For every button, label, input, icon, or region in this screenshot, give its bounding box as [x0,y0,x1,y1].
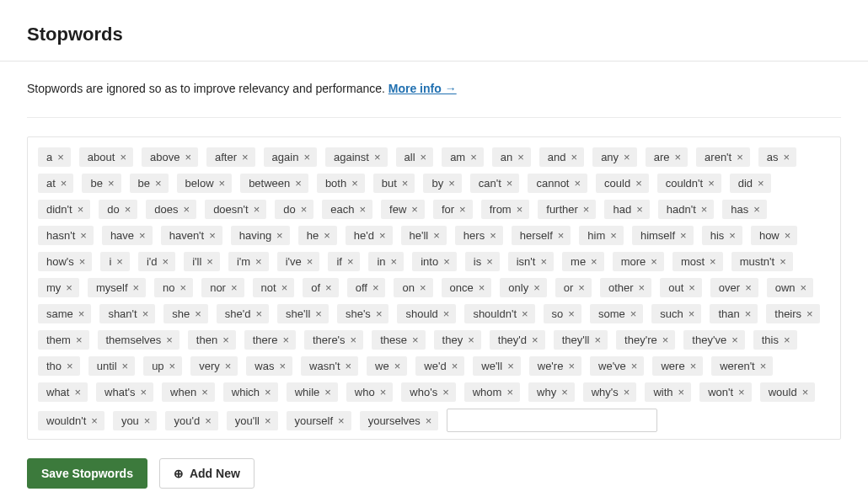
stopword-tag[interactable]: them× [38,330,89,350]
close-icon[interactable]: × [678,387,685,398]
close-icon[interactable]: × [574,178,581,189]
stopword-tag[interactable]: a× [38,147,71,167]
close-icon[interactable]: × [701,204,708,215]
stopword-tag[interactable]: out× [660,278,702,297]
stopword-input[interactable] [447,409,657,432]
close-icon[interactable]: × [522,308,528,319]
close-icon[interactable]: × [301,204,308,215]
close-icon[interactable]: × [689,282,695,293]
stopword-tag[interactable]: they'll× [554,330,608,350]
close-icon[interactable]: × [281,282,288,293]
stopword-tag[interactable]: which× [223,382,278,402]
stopword-tag[interactable]: against× [325,147,388,167]
close-icon[interactable]: × [610,230,617,241]
close-icon[interactable]: × [568,361,575,371]
stopword-tag[interactable]: my× [38,278,79,297]
stopword-tag[interactable]: you'd× [165,411,217,430]
stopword-tag[interactable]: mustn't× [731,252,793,271]
close-icon[interactable]: × [324,387,331,398]
stopword-tag[interactable]: such× [651,304,701,323]
close-icon[interactable]: × [675,152,682,163]
close-icon[interactable]: × [169,361,176,371]
stopword-tag[interactable]: yourself× [287,411,351,430]
close-icon[interactable]: × [470,152,477,163]
close-icon[interactable]: × [630,308,637,319]
close-icon[interactable]: × [303,152,310,163]
close-icon[interactable]: × [225,361,232,371]
stopword-tag[interactable]: we've× [590,356,644,376]
close-icon[interactable]: × [533,282,540,293]
stopword-tag[interactable]: into× [412,252,457,271]
stopword-tag[interactable]: she× [163,304,208,323]
stopword-tag[interactable]: was× [246,356,292,376]
close-icon[interactable]: × [374,152,381,163]
add-new-button[interactable]: ⊕ Add New [159,458,255,489]
close-icon[interactable]: × [276,230,283,241]
close-icon[interactable]: × [780,256,786,267]
stopword-tag[interactable]: had× [604,200,649,219]
close-icon[interactable]: × [745,282,752,293]
stopword-tag[interactable]: she's× [337,304,389,323]
close-icon[interactable]: × [710,256,716,267]
close-icon[interactable]: × [141,387,147,398]
close-icon[interactable]: × [689,308,695,319]
stopword-tag[interactable]: most× [672,252,723,271]
stopword-tag[interactable]: does× [146,200,196,219]
close-icon[interactable]: × [738,387,745,398]
close-icon[interactable]: × [412,334,419,345]
close-icon[interactable]: × [639,282,646,293]
stopword-tag[interactable]: hasn't× [38,226,94,245]
stopword-tag[interactable]: be× [130,174,169,193]
close-icon[interactable]: × [376,308,383,319]
stopword-tag[interactable]: both× [317,174,365,193]
stopword-tag[interactable]: i'm× [228,252,269,271]
stopword-tag[interactable]: when× [162,382,215,402]
close-icon[interactable]: × [635,178,642,189]
stopword-tag[interactable]: with× [645,382,691,402]
stopword-tag[interactable]: you× [113,411,158,430]
stopword-tag[interactable]: an× [492,147,531,167]
close-icon[interactable]: × [346,361,352,371]
save-stopwords-button[interactable]: Save Stopwords [27,458,147,489]
close-icon[interactable]: × [295,178,302,189]
stopword-tag[interactable]: these× [372,330,425,350]
close-icon[interactable]: × [279,361,286,371]
close-icon[interactable]: × [624,152,630,163]
stopword-tag[interactable]: and× [539,147,584,167]
stopword-tag[interactable]: whom× [464,382,520,402]
stopword-tag[interactable]: i'll× [184,252,220,271]
stopword-tag[interactable]: himself× [632,226,694,245]
stopword-tag[interactable]: they× [434,330,481,350]
close-icon[interactable]: × [122,361,129,371]
close-icon[interactable]: × [372,282,379,293]
stopword-tag[interactable]: should× [397,304,456,323]
stopword-tag[interactable]: who× [346,382,393,402]
close-icon[interactable]: × [391,256,398,267]
close-icon[interactable]: × [180,282,187,293]
close-icon[interactable]: × [142,308,149,319]
stopword-tag[interactable]: herself× [512,226,571,245]
stopword-tag[interactable]: why's× [583,382,637,402]
stopword-tag[interactable]: wasn't× [301,356,358,376]
stopword-tag[interactable]: of× [303,278,338,297]
stopword-tag[interactable]: shouldn't× [464,304,534,323]
stopword-tag[interactable]: what× [38,382,88,402]
close-icon[interactable]: × [231,282,238,293]
stopword-tag[interactable]: between× [240,174,308,193]
stopword-tag[interactable]: why× [528,382,575,402]
close-icon[interactable]: × [595,334,602,345]
stopword-tag[interactable]: this× [753,330,797,350]
close-icon[interactable]: × [163,256,169,267]
stopword-tag[interactable]: did× [730,174,771,193]
stopword-tag[interactable]: about× [79,147,133,167]
stopword-tag[interactable]: having× [231,226,290,245]
close-icon[interactable]: × [729,230,736,241]
close-icon[interactable]: × [452,361,458,371]
stopword-tag[interactable]: once× [442,278,492,297]
close-icon[interactable]: × [517,152,524,163]
stopword-tag[interactable]: be× [82,174,121,193]
close-icon[interactable]: × [78,308,85,319]
stopword-tag[interactable]: further× [538,200,596,219]
stopword-tag[interactable]: up× [143,356,182,376]
stopword-tag[interactable]: we× [367,356,407,376]
